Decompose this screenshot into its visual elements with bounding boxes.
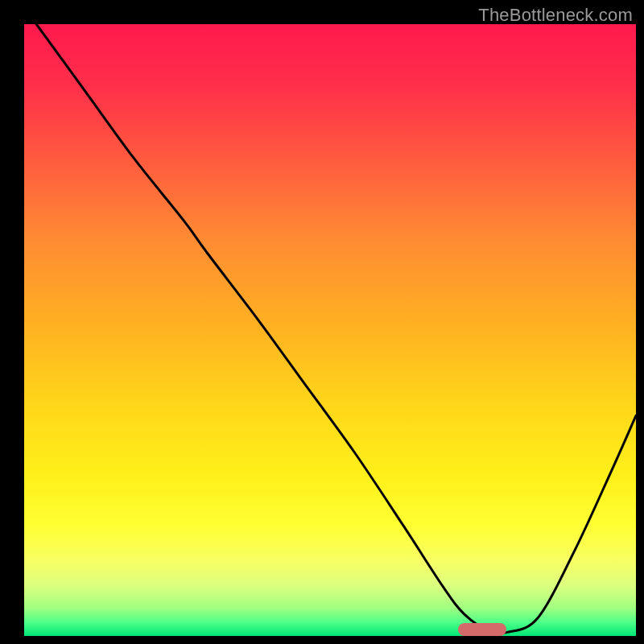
optimum-marker	[458, 623, 506, 636]
watermark-text: TheBottleneck.com	[478, 5, 633, 26]
plot-background	[24, 24, 636, 636]
bottleneck-plot	[24, 24, 636, 636]
plot-frame	[24, 24, 636, 636]
